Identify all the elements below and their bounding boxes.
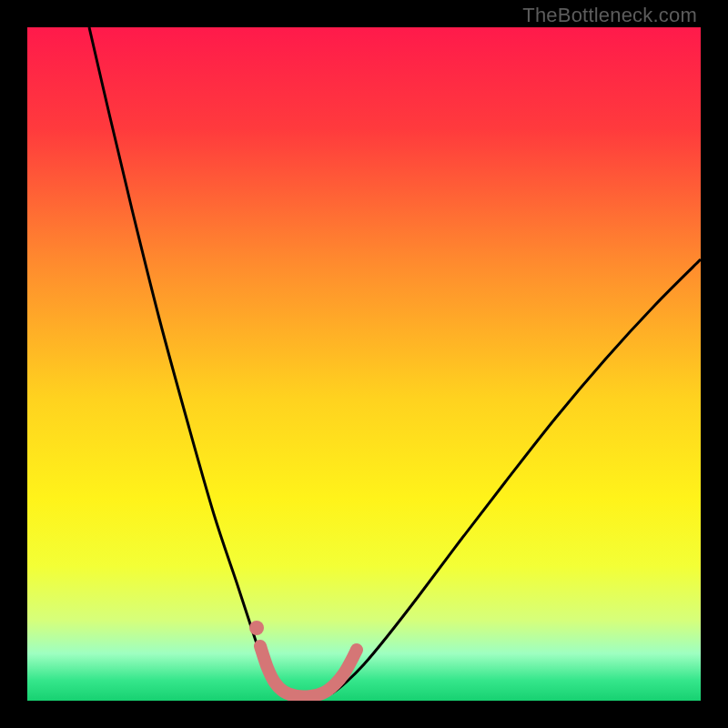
watermark-text: TheBottleneck.com [522, 4, 697, 27]
series-marker-band [260, 646, 357, 697]
curve-layer [27, 27, 701, 701]
series-marker-dot [249, 621, 264, 635]
series-left-branch [89, 27, 308, 698]
series-right-branch [308, 259, 701, 698]
plot-frame [27, 27, 701, 701]
